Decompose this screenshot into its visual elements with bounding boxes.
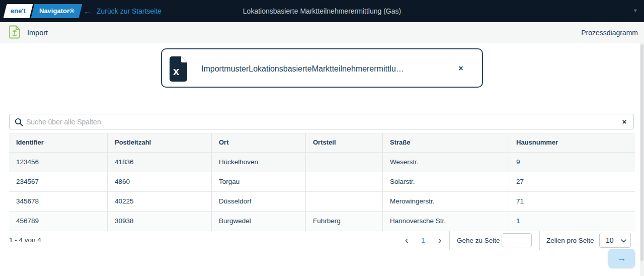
table-row: 234567 4860 Torgau Solarstr. 27: [9, 172, 635, 192]
column-header-strasse: Straße: [382, 133, 509, 153]
cell-ort: Düsseldorf: [211, 192, 305, 212]
page-scrollbar-thumb[interactable]: [640, 44, 643, 261]
goto-page-label: Gehe zu Seite: [457, 237, 500, 244]
page-number-current[interactable]: 1: [419, 236, 428, 244]
cell-postleitzahl: 40225: [107, 192, 211, 212]
back-to-start-link[interactable]: ← Zurück zur Startseite: [84, 0, 162, 22]
column-header-ort: Ort: [211, 133, 305, 153]
cell-ort: Hückelhoven: [211, 153, 305, 172]
row-range-label: 1 - 4 von 4: [9, 236, 41, 244]
table-row: 123456 41836 Hückelhoven Weserstr. 9: [9, 153, 635, 172]
cell-identifier: 456789: [9, 212, 107, 231]
logo-brand-segment: ene't: [4, 4, 33, 18]
previous-page-button[interactable]: ‹: [400, 234, 413, 246]
cell-ortsteil: Fuhrberg: [305, 212, 382, 231]
rows-per-page-label: Zeilen pro Seite: [546, 237, 594, 244]
pager: ‹ 1 ›: [400, 231, 446, 250]
logo-product-segment: Navigator®: [31, 4, 83, 18]
toolbar: Import Prozessdiagramm: [0, 22, 644, 43]
cell-identifier: 123456: [9, 153, 107, 172]
table-row: 345678 40225 Düsseldorf Merowingerstr. 7…: [9, 192, 635, 212]
select-chevron-down-icon: [621, 236, 626, 244]
cell-hausnummer: 27: [509, 172, 635, 192]
excel-file-icon: x: [169, 56, 189, 84]
cell-postleitzahl: 41836: [107, 153, 211, 172]
goto-page-input[interactable]: [502, 233, 532, 247]
cell-postleitzahl: 4860: [107, 172, 211, 192]
back-link-label: Zurück zur Startseite: [97, 0, 162, 22]
table-header-row: Identifier Postleitzahl Ort Ortsteil Str…: [9, 133, 635, 153]
search-icon: [15, 118, 23, 128]
logo-product-text: Navigator®: [39, 4, 74, 18]
uploaded-filename: ImportmusterLokationsbasierteMarktteilne…: [201, 49, 404, 89]
import-label: Import: [27, 29, 48, 37]
cell-hausnummer: 71: [509, 192, 635, 212]
results-table: Identifier Postleitzahl Ort Ortsteil Str…: [9, 133, 635, 231]
cell-identifier: 345678: [9, 192, 107, 212]
cell-ort: Torgau: [211, 172, 305, 192]
top-navbar: ene't Navigator® ← Zurück zur Startseite…: [0, 0, 644, 22]
arrow-right-icon: →: [617, 253, 626, 264]
logo-brand-text: ene't: [11, 4, 26, 18]
footer-divider: [449, 231, 450, 250]
table-row: 456789 30938 Burgwedel Fuhrberg Hannover…: [9, 212, 635, 231]
column-header-postleitzahl: Postleitzahl: [107, 133, 211, 153]
uploaded-file-chip: x ImportmusterLokationsbasierteMarktteil…: [161, 48, 483, 88]
cell-postleitzahl: 30938: [107, 212, 211, 231]
cell-ortsteil: [305, 153, 382, 172]
column-header-identifier: Identifier: [9, 133, 107, 153]
column-header-hausnummer: Hausnummer: [509, 133, 635, 153]
search-bar: ×: [9, 114, 634, 129]
cell-ort: Burgwedel: [211, 212, 305, 231]
chevron-down-icon[interactable]: ▾: [631, 0, 639, 22]
search-input[interactable]: [26, 115, 615, 128]
back-arrow-icon: ←: [84, 7, 92, 16]
search-clear-button[interactable]: ×: [618, 116, 630, 128]
cell-strasse: Merowingerstr.: [382, 192, 509, 212]
cell-strasse: Hannoversche Str.: [382, 212, 509, 231]
svg-text:x: x: [173, 65, 180, 78]
rows-per-page-select[interactable]: 10: [599, 233, 631, 248]
cell-strasse: Solarstr.: [382, 172, 509, 192]
continue-button[interactable]: →: [608, 249, 635, 268]
column-header-ortsteil: Ortsteil: [305, 133, 382, 153]
cell-identifier: 234567: [9, 172, 107, 192]
page-scrollbar-track[interactable]: [640, 43, 644, 276]
next-page-button[interactable]: ›: [434, 234, 446, 246]
import-button[interactable]: Import: [9, 22, 48, 43]
cell-ortsteil: [305, 192, 382, 212]
import-upload-icon: [9, 25, 21, 40]
cell-hausnummer: 9: [509, 153, 635, 172]
remove-file-button[interactable]: ×: [454, 61, 468, 76]
app-logo: ene't Navigator®: [4, 4, 83, 18]
cell-ortsteil: [305, 172, 382, 192]
cell-hausnummer: 1: [509, 212, 635, 231]
process-diagram-button[interactable]: Prozessdiagramm: [581, 22, 638, 43]
cell-strasse: Weserstr.: [382, 153, 509, 172]
footer-divider: [539, 231, 540, 250]
rows-per-page-value: 10: [606, 236, 614, 244]
